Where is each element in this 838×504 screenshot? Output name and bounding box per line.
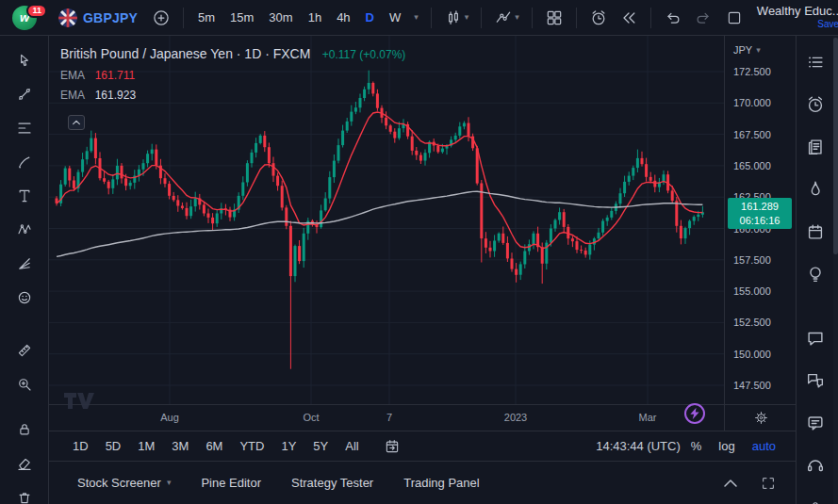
chat-icon[interactable] [802,325,829,351]
range-5d[interactable]: 5D [99,436,128,456]
alert-button[interactable] [584,6,613,30]
timeframe-1d[interactable]: D [359,7,381,28]
panel-collapse-button[interactable] [718,475,743,492]
range-6m[interactable]: 6M [199,436,229,456]
time-axis[interactable]: Aug Oct 7 2023 Mar [49,404,724,431]
tab-stock-screener[interactable]: Stock Screener ▾ [66,470,182,496]
panel-fullscreen-button[interactable] [756,473,780,494]
forecast-tool-icon[interactable] [10,251,39,277]
timeframe-1h[interactable]: 1h [302,7,328,28]
grid-layout-icon [545,8,564,27]
time-tick: 2023 [504,412,527,423]
undo-button[interactable] [659,6,687,30]
symbol-button[interactable]: GBPJPY [51,5,145,31]
price-tick: 170.000 [733,97,771,108]
time-tick: Mar [639,412,657,423]
range-3m[interactable]: 3M [165,436,195,456]
go-to-date-button[interactable] [379,435,405,458]
xabcd-pattern-tool-icon[interactable] [10,217,39,243]
timeframe-1w[interactable]: W [383,7,407,28]
price-tick: 147.500 [733,380,771,391]
chart-legend: British Pound / Japanese Yen · 1D · FXCM… [60,45,405,102]
percent-scale-button[interactable]: % [684,436,709,456]
brush-tool-icon[interactable] [10,149,39,175]
plus-circle-icon [152,8,171,27]
layout-name[interactable]: Wealthy Educ.. [757,5,838,19]
hotlists-icon[interactable] [802,176,829,203]
alerts-icon[interactable] [802,91,829,118]
watchlist-icon[interactable] [802,49,829,75]
chevron-down-icon: ▾ [414,13,419,22]
lock-tool-icon[interactable] [10,416,39,443]
trash-tool-icon[interactable] [10,484,39,504]
layout-select-button[interactable] [721,7,748,29]
fullscreen-icon [761,476,776,491]
community-icon[interactable] [802,367,829,394]
range-1m[interactable]: 1M [131,436,161,456]
main-area: British Pound / Japanese Yen · 1D · FXCM… [0,36,838,504]
indicators-button[interactable]: ▾ [489,6,524,30]
help-icon[interactable] [802,452,829,479]
range-1d[interactable]: 1D [66,436,95,456]
chart-settings-button[interactable] [749,408,773,428]
timeframe-5m[interactable]: 5m [191,7,222,28]
news-icon[interactable] [802,134,829,160]
log-scale-button[interactable]: log [712,436,741,456]
range-ytd[interactable]: YTD [233,436,271,456]
redo-button[interactable] [689,6,717,30]
legend-collapse-button[interactable] [68,115,85,130]
interval-menu-button[interactable]: ▾ [409,10,423,24]
layout-box-icon [726,9,743,26]
ema-legend-row[interactable]: EMA 161.711 [60,69,405,82]
app-logo[interactable]: w 11 [0,6,49,30]
go-to-date-icon [384,438,401,455]
instant-trading-button[interactable] [684,403,705,424]
fib-retracement-tool-icon[interactable] [10,115,39,141]
chart-title[interactable]: British Pound / Japanese Yen · 1D · FXCM [60,46,310,61]
scrollbar-thumb[interactable] [833,38,838,254]
sidebar-lock-icon[interactable] [802,495,829,504]
chevron-down-icon: ▾ [756,46,761,55]
timeframe-15m[interactable]: 15m [223,7,260,28]
clock-utc[interactable]: 14:43:44 (UTC) [596,439,681,453]
trading-app: w 11 GBPJPY 5m 15m 30m 1h 4h [0,0,838,504]
chevron-down-icon: ▾ [167,479,172,487]
eraser-tool-icon[interactable] [10,450,39,477]
zoom-tool-icon[interactable] [10,371,39,398]
tab-strategy-tester[interactable]: Strategy Tester [280,470,385,496]
price-axis[interactable]: JPY ▾ 172.500 170.000 167.500 165.000 16… [724,36,797,431]
range-all[interactable]: All [338,436,365,456]
toolbar-divider [650,8,651,28]
ruler-tool-icon[interactable] [10,337,39,364]
chart-style-button[interactable]: ▾ [439,6,474,30]
toolbar-divider [183,8,184,28]
chart-canvas[interactable]: British Pound / Japanese Yen · 1D · FXCM… [49,36,724,431]
range-5y[interactable]: 5Y [306,436,335,456]
replay-button[interactable] [615,6,643,30]
ideas-icon[interactable] [802,261,829,287]
trend-line-tool-icon[interactable] [10,81,39,107]
messages-icon[interactable] [802,410,829,436]
timeframe-30m[interactable]: 30m [262,7,299,28]
ema-legend-row[interactable]: EMA 161.923 [60,89,405,102]
price-tick: 165.000 [733,160,771,171]
chevron-down-icon: ▾ [515,13,519,22]
ema-label: EMA [60,89,84,102]
redo-arrow-icon [694,8,713,27]
text-tool-icon[interactable] [10,183,39,209]
compare-add-button[interactable] [147,6,175,30]
chart-row: British Pound / Japanese Yen · 1D · FXCM… [49,36,796,431]
cursor-tool-icon[interactable] [10,47,39,73]
timeframe-4h[interactable]: 4h [330,7,356,28]
calendar-icon[interactable] [802,219,829,245]
save-button[interactable]: Save [817,19,838,30]
tab-pine-editor[interactable]: Pine Editor [189,470,272,496]
range-1y[interactable]: 1Y [274,436,303,456]
auto-scale-button[interactable]: auto [746,436,782,456]
page-scrollbar[interactable] [833,36,838,504]
tab-trading-panel[interactable]: Trading Panel [392,470,490,496]
emoji-tool-icon[interactable] [10,285,39,311]
layout-grid-button[interactable] [540,6,568,30]
price-axis-currency[interactable]: JPY ▾ [733,44,761,56]
price-tick: 157.500 [733,254,771,266]
